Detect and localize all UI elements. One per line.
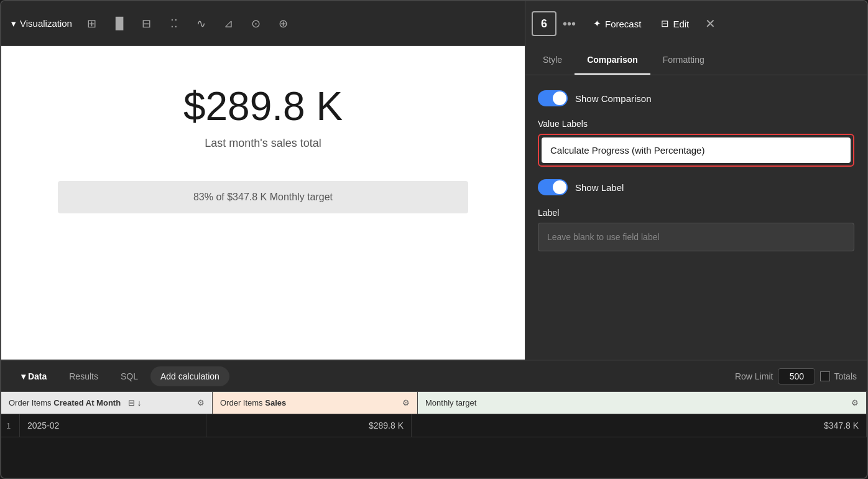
col-gear-monthly-target[interactable]: ⚙	[851, 398, 859, 407]
forecast-button[interactable]: ✦ Forecast	[586, 14, 649, 33]
totals-checkbox[interactable]: Totals	[820, 371, 857, 381]
cell-sales-value: $289.8 K	[369, 421, 404, 430]
tab-results[interactable]: Results	[59, 366, 108, 386]
right-panel: Style Comparison Formatting Show Compari…	[525, 46, 867, 360]
col-gear-sales[interactable]: ⚙	[402, 398, 410, 407]
tab-data[interactable]: ▾ Data	[11, 366, 57, 386]
col-label-created-at: Order Items Created At Month	[9, 398, 121, 407]
value-labels-section-label: Value Labels	[538, 119, 854, 129]
col-header-sales: Order Items Sales ⚙	[213, 392, 418, 414]
data-toolbar: ▾ Data Results SQL Add calculation Row L…	[1, 361, 867, 392]
show-label-toggle[interactable]	[538, 179, 568, 195]
more-options-icon[interactable]: •••	[563, 17, 576, 31]
panel-tabs: Style Comparison Formatting	[525, 46, 867, 75]
row-limit-label: Row Limit	[735, 371, 773, 381]
label-input[interactable]	[538, 223, 854, 251]
progress-label: 83% of $347.8 K Monthly target	[193, 192, 333, 203]
forecast-label: Forecast	[605, 19, 641, 29]
cell-sales: $289.8 K	[206, 414, 412, 437]
line-icon[interactable]: ∿	[189, 11, 214, 36]
totals-checkbox-input[interactable]	[820, 371, 830, 381]
data-table: Order Items Created At Month ⊟ ↓ ⚙ Order…	[1, 392, 867, 478]
bar-chart-icon[interactable]: ▐▌	[107, 11, 132, 36]
pivot-icon[interactable]: ⊟	[134, 11, 159, 36]
visualization-area: $289.8 K Last month's sales total 83% of…	[1, 46, 525, 360]
edit-icon: ⊟	[661, 18, 669, 29]
table-header: Order Items Created At Month ⊟ ↓ ⚙ Order…	[1, 392, 867, 414]
map-icon[interactable]: ⊕	[271, 11, 296, 36]
label-section-label: Label	[538, 208, 854, 218]
data-tab-label: Data	[28, 371, 47, 381]
viz-section-label[interactable]: ▾ Visualization	[11, 18, 72, 29]
scatter-icon[interactable]: ⁚⁚	[162, 11, 187, 36]
edit-label: Edit	[673, 19, 689, 29]
show-comparison-label: Show Comparison	[575, 93, 652, 104]
table-icon[interactable]: ⊞	[80, 11, 104, 36]
col-label-monthly-target: Monthly target	[425, 398, 476, 407]
visualization-label: Visualization	[20, 18, 72, 29]
edit-button[interactable]: ⊟ Edit	[653, 14, 696, 33]
cell-monthly-target: $347.8 K	[412, 414, 867, 437]
col-label-sales: Order Items Sales	[220, 398, 286, 407]
close-button[interactable]: ✕	[701, 12, 719, 35]
value-labels-select[interactable]: Calculate Progress (with Percentage) Sho…	[542, 137, 851, 163]
col-header-created-at: Order Items Created At Month ⊟ ↓ ⚙	[1, 392, 213, 414]
show-label-row: Show Label	[538, 179, 854, 195]
forecast-icon: ✦	[593, 18, 601, 29]
table-row: 1 2025-02 $289.8 K $347.8 K	[1, 414, 867, 437]
show-comparison-toggle[interactable]	[538, 90, 568, 106]
data-chevron-icon: ▾	[21, 371, 25, 381]
viz-icon-group: ⊞ ▐▌ ⊟ ⁚⁚ ∿ ⊿ ⊙ ⊕	[80, 11, 296, 36]
pie-icon[interactable]: ⊙	[244, 11, 269, 36]
cell-monthly-target-value: $347.8 K	[824, 421, 859, 430]
cell-date: 2025-02	[20, 414, 206, 437]
value-labels-box: Calculate Progress (with Percentage) Sho…	[538, 134, 854, 167]
row-limit-area: Row Limit Totals	[735, 368, 857, 384]
cell-date-value: 2025-02	[27, 421, 59, 430]
tab-style[interactable]: Style	[530, 46, 575, 75]
progress-bar: 83% of $347.8 K Monthly target	[58, 181, 468, 213]
tab-sql[interactable]: SQL	[111, 366, 148, 386]
chevron-icon: ▾	[11, 18, 16, 29]
row-limit-input[interactable]	[778, 368, 815, 384]
bottom-data-area: ▾ Data Results SQL Add calculation Row L…	[1, 360, 867, 478]
col-header-monthly-target: Monthly target ⚙	[418, 392, 867, 414]
main-metric-subtitle: Last month's sales total	[205, 137, 321, 150]
col-gear-created-at[interactable]: ⚙	[197, 398, 205, 407]
area-icon[interactable]: ⊿	[216, 11, 241, 36]
tab-add-calculation[interactable]: Add calculation	[150, 366, 229, 386]
panel-number-badge: 6	[532, 11, 556, 36]
tab-formatting[interactable]: Formatting	[650, 46, 717, 75]
row-number: 1	[1, 414, 20, 437]
tab-comparison[interactable]: Comparison	[575, 46, 650, 75]
show-label-label: Show Label	[575, 182, 624, 193]
show-comparison-row: Show Comparison	[538, 90, 854, 106]
value-labels-section: Value Labels Calculate Progress (with Pe…	[538, 119, 854, 167]
totals-label: Totals	[834, 371, 857, 381]
main-metric-value: $289.8 K	[183, 83, 343, 129]
label-section: Label	[538, 208, 854, 251]
sort-icon[interactable]: ⊟ ↓	[128, 398, 141, 407]
